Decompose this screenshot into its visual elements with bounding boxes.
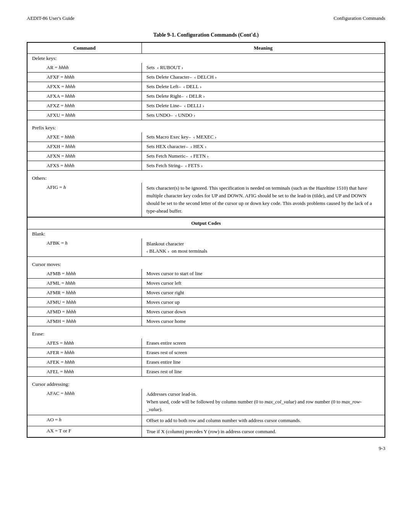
spacer-row-2: [27, 171, 385, 174]
table-title: Table 9-1. Configuration Commands (Cont'…: [27, 32, 385, 38]
table-row: AFML = hhhh Moves cursor left: [27, 278, 385, 288]
table-row: AFBK = h Blankout character‹ BLANK › on …: [27, 239, 385, 257]
table-row: AFXF = hhhh Sets Delete Character– ‹ DEL…: [27, 73, 385, 82]
table-row: AFEL = hhhh Erases rest of line: [27, 367, 385, 376]
table-row: AFIG = h Sets character(s) to be ignored…: [27, 183, 385, 217]
section-delete-keys-header: Delete keys:: [27, 54, 385, 63]
table-row: AFEK = hhhh Erases entire line: [27, 357, 385, 367]
section-blank-header: Blank:: [27, 229, 385, 239]
spacer-row-3: [27, 256, 385, 260]
header-right: Configuration Commands: [334, 15, 385, 21]
table-row: AFXS = hhhh Sets Fetch String– ‹ FETS ›: [27, 161, 385, 171]
table-row: AFMU = hhhh Moves cursor up: [27, 297, 385, 307]
table-row: AFXZ = hhhh Sets Delete Line– ‹ DELLI ›: [27, 101, 385, 111]
table-row: AFXA = hhhh Sets Delete Right– ‹ DELR ›: [27, 92, 385, 101]
table-row: AFMD = hhhh Moves cursor down: [27, 307, 385, 316]
table-row: AFMB = hhhh Moves cursor to start of lin…: [27, 269, 385, 279]
table-row: AFAC = hhhh Addresses cursor lead-in.Whe…: [27, 389, 385, 415]
section-erase-header: Erase:: [27, 329, 385, 339]
section-others-header: Others:: [27, 174, 385, 183]
col-header-command: Command: [27, 42, 142, 54]
table-row: AFXN = hhhh Sets Fetch Numeric– ‹ FETN ›: [27, 152, 385, 161]
spacer-row-5: [27, 376, 385, 380]
table-row: AFMH = hhhh Moves cursor home: [27, 316, 385, 326]
table-row: AFER = hhhh Erases rest of screen: [27, 348, 385, 357]
page-number: 9-3: [27, 445, 385, 451]
col-header-meaning: Meaning: [142, 42, 385, 54]
table-row: AX = T or F True if X (column) precedes …: [27, 426, 385, 438]
table-row: AR = hhhh Sets ‹ RUBOUT ›: [27, 63, 385, 73]
table-row: AO = h Offset to add to both row and col…: [27, 415, 385, 426]
table-row: AFMR = hhhh Moves cursor right: [27, 288, 385, 297]
spacer-row-4: [27, 326, 385, 329]
group-header-output-codes: Output Codes: [27, 217, 385, 229]
section-cursor-moves-header: Cursor moves:: [27, 260, 385, 269]
section-prefix-keys-header: Prefix keys:: [27, 123, 385, 132]
table-row: AFXH = hhhh Sets HEX character– ‹ HEX ›: [27, 142, 385, 152]
table-row: AFXX = hhhh Sets Delete Left– ‹ DELL ›: [27, 82, 385, 92]
section-cursor-addressing-header: Cursor addressing:: [27, 380, 385, 389]
page-header: AEDIT-86 User's Guide Configuration Comm…: [27, 15, 385, 21]
table-row: AFXE = hhhh Sets Macro Exec key– ‹ MEXEC…: [27, 132, 385, 142]
main-table: Command Meaning Delete keys: AR = hhhh S…: [27, 42, 385, 438]
table-row: AFES = hhhh Erases entire screen: [27, 339, 385, 348]
table-row: AFXU = hhhh Sets UNDO– ‹ UNDO ›: [27, 111, 385, 120]
header-left: AEDIT-86 User's Guide: [27, 15, 74, 21]
spacer-row: [27, 120, 385, 124]
